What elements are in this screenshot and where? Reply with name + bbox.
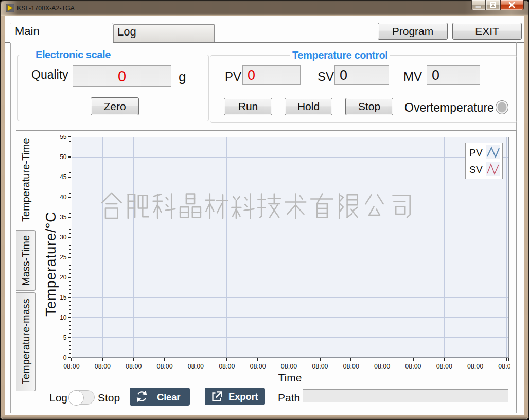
svg-text:Clear: Clear xyxy=(157,392,180,402)
svg-text:45: 45 xyxy=(60,173,67,181)
svg-text:08:00: 08:00 xyxy=(343,363,359,370)
svg-text:35: 35 xyxy=(60,214,67,221)
svg-text:10: 10 xyxy=(60,314,67,321)
svg-text:08:00: 08:00 xyxy=(250,363,266,370)
svg-text:30: 30 xyxy=(60,234,67,241)
svg-text:Temperature/°C: Temperature/°C xyxy=(43,212,59,316)
svg-text:08:00: 08:00 xyxy=(436,363,452,370)
svg-text:08:00: 08:00 xyxy=(467,363,483,370)
svg-text:08:00: 08:00 xyxy=(374,363,390,370)
svg-text:08:00: 08:00 xyxy=(219,363,235,370)
svg-text:08:00: 08:00 xyxy=(281,363,297,370)
svg-text:08:00: 08:00 xyxy=(312,363,328,370)
svg-text:08:00: 08:00 xyxy=(188,363,204,370)
svg-text:08:00: 08:00 xyxy=(405,363,421,370)
svg-text:08:00: 08:00 xyxy=(126,363,142,370)
svg-text:08:00: 08:00 xyxy=(156,363,172,370)
svg-text:25: 25 xyxy=(60,254,67,261)
svg-text:0: 0 xyxy=(63,354,67,361)
svg-text:08:00: 08:00 xyxy=(63,363,79,370)
svg-text:50: 50 xyxy=(60,153,67,161)
svg-text:08:00: 08:00 xyxy=(95,363,111,370)
svg-text:20: 20 xyxy=(60,274,67,281)
svg-text:15: 15 xyxy=(60,294,67,301)
svg-text:40: 40 xyxy=(60,194,67,201)
svg-text:Export: Export xyxy=(228,391,258,402)
svg-text:Time: Time xyxy=(278,372,302,383)
svg-text:5: 5 xyxy=(63,334,67,341)
